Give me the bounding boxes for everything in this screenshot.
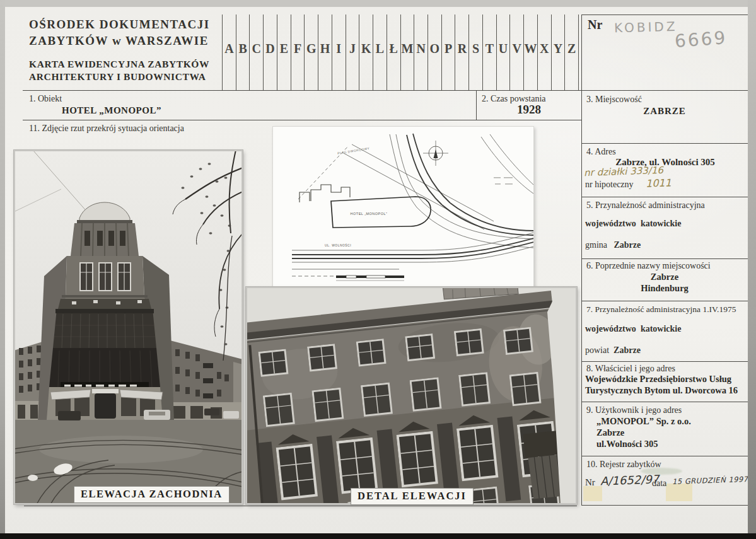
field1-value: HOTEL „MONOPOL” [62, 105, 161, 116]
upper-bay-glazing [53, 309, 156, 348]
alphabet-letter-N: N [414, 14, 427, 90]
field6-name2: Hindenburg [581, 283, 748, 294]
field9-line1: „MONOPOL” Sp. z o.o. [596, 416, 691, 427]
field11-label: 11. Zdjęcie rzut przekrój sytuacja orien… [29, 124, 184, 134]
photos-bottom-rule [24, 506, 577, 506]
field9-top-border [581, 402, 748, 402]
plan-street-top-label: PLAC DWORCOWY [337, 147, 370, 155]
field7-row1-label: województwo [585, 324, 636, 333]
alphabet-letter-D: D [263, 14, 277, 90]
alphabet-letter-X: X [537, 14, 551, 90]
left-photo-caption: ELEWACJA ZACHODNIA [74, 486, 230, 503]
alphabet-letter-C: C [249, 14, 263, 90]
header-rule [23, 90, 748, 91]
alphabet-letter-S: S [468, 14, 482, 90]
scan-right-edge [748, 0, 756, 539]
field4-top-border [581, 143, 748, 144]
alphabet-letter-Ł: Ł [387, 14, 400, 90]
scale-bar [336, 275, 404, 281]
field5-row2-label: gmina [585, 240, 607, 250]
lower-bay-glazing [49, 348, 160, 387]
field5-row2: gmina Zabrze [585, 240, 641, 250]
field4-label: 4. Adres [586, 147, 616, 157]
field7-row2: powiat Zabrze [585, 345, 641, 356]
alphabet-letter-P: P [441, 14, 455, 90]
field10-bottom-border [581, 505, 748, 506]
org-title-line2: ZABYTKÓW w WARSZAWIE [29, 33, 210, 49]
field9-line2: Zabrze [596, 427, 624, 438]
field5-row1-label: województwo [585, 219, 636, 228]
alphabet-letter-R: R [455, 14, 468, 90]
alphabet-letter-L: L [373, 14, 387, 90]
field10-nr-label: Nr [585, 477, 595, 488]
alphabet-letter-I: I [332, 14, 346, 90]
field10-date-label: data [652, 478, 666, 489]
field5-row2-value: Zabrze [614, 240, 641, 250]
scan-bottom-edge [0, 533, 756, 539]
nr-number-handwriting: 6669 [674, 27, 728, 52]
field6-top-border [581, 258, 748, 259]
nr-label: Nr [588, 18, 602, 32]
photo-west-elevation [14, 150, 243, 504]
field7-row2-value: Zabrze [614, 345, 641, 355]
field10-top-border [581, 456, 748, 456]
corner-balcony [523, 431, 562, 458]
field9-line3: ul.Wolności 305 [596, 439, 658, 449]
field6-name1: Zabrze [581, 272, 748, 282]
plan-block-outline [299, 185, 350, 202]
field5-label: 5. Przynależność administracyjna [586, 200, 705, 211]
field3-value: ZABRZE [581, 106, 748, 117]
scan-left-edge [0, 0, 5, 539]
card-title-line2: ARCHITEKTURY I BUDOWNICTWA [29, 71, 209, 83]
facade-wall [246, 287, 574, 504]
field9-label: 9. Użytkownik i jego adres [586, 405, 682, 415]
compass-icon [423, 141, 448, 166]
alphabet-letter-B: B [236, 14, 250, 90]
alphabet-letter-U: U [496, 14, 510, 90]
site-plan-svg: HOTEL „MONOPOL” PLAC DWORCOWY UL. WOLNOŚ… [273, 127, 533, 287]
field7-top-border [581, 301, 748, 301]
alphabet-letter-W: W [523, 14, 537, 90]
tape-patch-left [583, 486, 602, 501]
right-column-left-border [581, 14, 582, 505]
plan-faint-notes [494, 177, 513, 185]
alphabet-letter-F: F [291, 14, 305, 90]
field5-top-border [581, 197, 748, 197]
field7-row1-value: katowickie [641, 324, 682, 333]
field6-label: 6. Poprzednie nazwy miejscowości [586, 261, 711, 271]
card-title: KARTA EWIDENCYJNA ZABYTKÓW ARCHITEKTURY … [29, 58, 209, 83]
card-title-line1: KARTA EWIDENCYJNA ZABYTKÓW [29, 58, 209, 71]
nr-office-handwriting: KOBIDZ [614, 19, 678, 36]
alphabet-letter-E: E [277, 14, 291, 90]
plan-building-label: HOTEL „MONOPOL” [351, 212, 388, 216]
field10-nr-handwriting: A/1652/97 [600, 472, 660, 487]
alphabet-letter-K: K [359, 14, 373, 90]
photo-facade-detail-svg [246, 287, 577, 504]
field8-line1: Wojewódzkie Przedsiębiorstwo Usług [585, 374, 731, 385]
field5-row1: województwo katowickie [585, 219, 681, 229]
field7-row1: województwo katowickie [585, 324, 681, 334]
scanned-heritage-card: OŚRODEK DOKUMENTACJI ZABYTKÓW w WARSZAWI… [0, 0, 756, 539]
photo-facade-detail [246, 287, 577, 504]
org-title-line1: OŚRODEK DOKUMENTACJI [29, 16, 210, 33]
field2-value: 1928 [477, 103, 581, 117]
nr-box-top-border [581, 14, 749, 15]
org-title: OŚRODEK DOKUMENTACJI ZABYTKÓW w WARSZAWI… [29, 16, 210, 49]
field3-label: 3. Miejscowość [586, 95, 642, 105]
scan-top-edge [0, 0, 756, 7]
right-photo-caption: DETAL ELEWACJI [351, 488, 474, 505]
plan-street-bottom-label: UL. WOLNOŚCI [325, 243, 351, 247]
field1-label: 1. Obiekt [29, 94, 62, 104]
field8-top-border [581, 361, 748, 362]
field8-label: 8. Właściciel i jego adres [586, 364, 675, 374]
alphabet-letter-A: A [222, 14, 236, 90]
photo-west-elevation-svg [14, 150, 243, 504]
field7-row2-label: powiat [585, 345, 609, 355]
row1-bottom-border [23, 120, 581, 120]
alphabet-letter-J: J [346, 14, 359, 90]
field5-row1-value: katowickie [641, 219, 682, 228]
alphabet-letter-V: V [509, 14, 523, 90]
alphabet-index-strip: ABCDEFGHIJKLŁMNOPRSTUVWXYZ [222, 14, 579, 90]
field4-mortgage-label: nr hipoteczny [585, 180, 634, 190]
alphabet-letter-G: G [304, 14, 318, 90]
